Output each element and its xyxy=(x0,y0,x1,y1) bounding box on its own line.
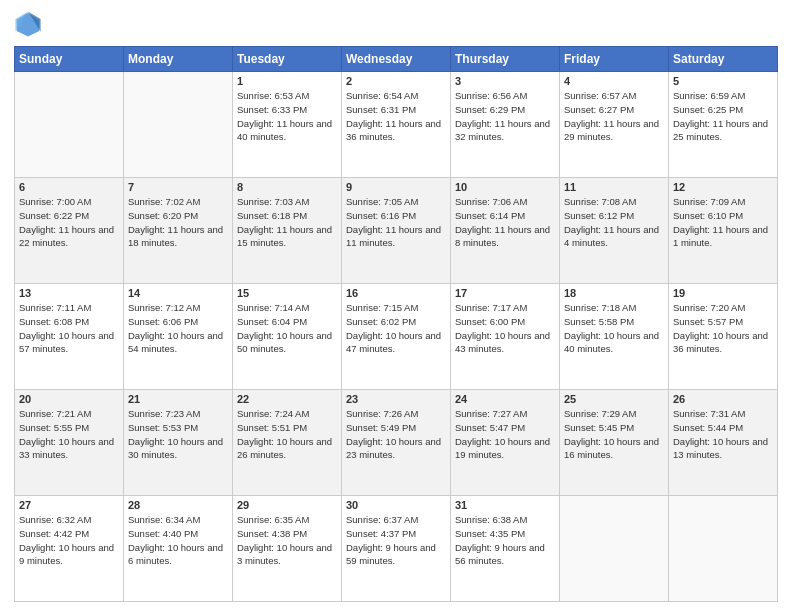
day-number: 22 xyxy=(237,393,337,405)
day-number: 31 xyxy=(455,499,555,511)
day-info: Sunrise: 7:18 AM Sunset: 5:58 PM Dayligh… xyxy=(564,301,664,356)
day-info: Sunrise: 7:20 AM Sunset: 5:57 PM Dayligh… xyxy=(673,301,773,356)
week-row-2: 6Sunrise: 7:00 AM Sunset: 6:22 PM Daylig… xyxy=(15,178,778,284)
day-info: Sunrise: 7:26 AM Sunset: 5:49 PM Dayligh… xyxy=(346,407,446,462)
day-cell: 29Sunrise: 6:35 AM Sunset: 4:38 PM Dayli… xyxy=(233,496,342,602)
header-row: SundayMondayTuesdayWednesdayThursdayFrid… xyxy=(15,47,778,72)
day-number: 16 xyxy=(346,287,446,299)
day-info: Sunrise: 7:02 AM Sunset: 6:20 PM Dayligh… xyxy=(128,195,228,250)
day-cell: 7Sunrise: 7:02 AM Sunset: 6:20 PM Daylig… xyxy=(124,178,233,284)
day-cell: 25Sunrise: 7:29 AM Sunset: 5:45 PM Dayli… xyxy=(560,390,669,496)
day-number: 5 xyxy=(673,75,773,87)
day-info: Sunrise: 7:31 AM Sunset: 5:44 PM Dayligh… xyxy=(673,407,773,462)
day-info: Sunrise: 7:05 AM Sunset: 6:16 PM Dayligh… xyxy=(346,195,446,250)
day-number: 1 xyxy=(237,75,337,87)
day-info: Sunrise: 7:17 AM Sunset: 6:00 PM Dayligh… xyxy=(455,301,555,356)
day-number: 25 xyxy=(564,393,664,405)
day-cell: 19Sunrise: 7:20 AM Sunset: 5:57 PM Dayli… xyxy=(669,284,778,390)
day-info: Sunrise: 7:21 AM Sunset: 5:55 PM Dayligh… xyxy=(19,407,119,462)
day-info: Sunrise: 7:12 AM Sunset: 6:06 PM Dayligh… xyxy=(128,301,228,356)
day-header-wednesday: Wednesday xyxy=(342,47,451,72)
day-number: 29 xyxy=(237,499,337,511)
logo xyxy=(14,10,46,38)
page: SundayMondayTuesdayWednesdayThursdayFrid… xyxy=(0,0,792,612)
day-number: 27 xyxy=(19,499,119,511)
logo-icon xyxy=(14,10,42,38)
day-number: 13 xyxy=(19,287,119,299)
day-info: Sunrise: 7:29 AM Sunset: 5:45 PM Dayligh… xyxy=(564,407,664,462)
day-header-saturday: Saturday xyxy=(669,47,778,72)
day-cell: 31Sunrise: 6:38 AM Sunset: 4:35 PM Dayli… xyxy=(451,496,560,602)
day-cell: 16Sunrise: 7:15 AM Sunset: 6:02 PM Dayli… xyxy=(342,284,451,390)
day-info: Sunrise: 7:23 AM Sunset: 5:53 PM Dayligh… xyxy=(128,407,228,462)
day-number: 6 xyxy=(19,181,119,193)
calendar-table: SundayMondayTuesdayWednesdayThursdayFrid… xyxy=(14,46,778,602)
day-info: Sunrise: 6:59 AM Sunset: 6:25 PM Dayligh… xyxy=(673,89,773,144)
day-number: 21 xyxy=(128,393,228,405)
day-cell: 14Sunrise: 7:12 AM Sunset: 6:06 PM Dayli… xyxy=(124,284,233,390)
day-header-monday: Monday xyxy=(124,47,233,72)
day-info: Sunrise: 7:24 AM Sunset: 5:51 PM Dayligh… xyxy=(237,407,337,462)
day-number: 14 xyxy=(128,287,228,299)
day-info: Sunrise: 7:11 AM Sunset: 6:08 PM Dayligh… xyxy=(19,301,119,356)
day-number: 8 xyxy=(237,181,337,193)
day-number: 26 xyxy=(673,393,773,405)
day-cell xyxy=(669,496,778,602)
day-number: 9 xyxy=(346,181,446,193)
day-info: Sunrise: 6:35 AM Sunset: 4:38 PM Dayligh… xyxy=(237,513,337,568)
day-number: 12 xyxy=(673,181,773,193)
day-number: 11 xyxy=(564,181,664,193)
day-cell: 28Sunrise: 6:34 AM Sunset: 4:40 PM Dayli… xyxy=(124,496,233,602)
day-number: 10 xyxy=(455,181,555,193)
day-cell: 17Sunrise: 7:17 AM Sunset: 6:00 PM Dayli… xyxy=(451,284,560,390)
day-cell: 18Sunrise: 7:18 AM Sunset: 5:58 PM Dayli… xyxy=(560,284,669,390)
day-info: Sunrise: 7:27 AM Sunset: 5:47 PM Dayligh… xyxy=(455,407,555,462)
day-info: Sunrise: 7:15 AM Sunset: 6:02 PM Dayligh… xyxy=(346,301,446,356)
week-row-1: 1Sunrise: 6:53 AM Sunset: 6:33 PM Daylig… xyxy=(15,72,778,178)
day-number: 3 xyxy=(455,75,555,87)
day-info: Sunrise: 6:32 AM Sunset: 4:42 PM Dayligh… xyxy=(19,513,119,568)
day-cell: 11Sunrise: 7:08 AM Sunset: 6:12 PM Dayli… xyxy=(560,178,669,284)
day-info: Sunrise: 7:09 AM Sunset: 6:10 PM Dayligh… xyxy=(673,195,773,250)
day-cell: 10Sunrise: 7:06 AM Sunset: 6:14 PM Dayli… xyxy=(451,178,560,284)
day-cell: 23Sunrise: 7:26 AM Sunset: 5:49 PM Dayli… xyxy=(342,390,451,496)
day-number: 18 xyxy=(564,287,664,299)
day-number: 19 xyxy=(673,287,773,299)
day-cell: 30Sunrise: 6:37 AM Sunset: 4:37 PM Dayli… xyxy=(342,496,451,602)
day-cell: 6Sunrise: 7:00 AM Sunset: 6:22 PM Daylig… xyxy=(15,178,124,284)
day-cell: 3Sunrise: 6:56 AM Sunset: 6:29 PM Daylig… xyxy=(451,72,560,178)
day-cell: 9Sunrise: 7:05 AM Sunset: 6:16 PM Daylig… xyxy=(342,178,451,284)
day-info: Sunrise: 7:08 AM Sunset: 6:12 PM Dayligh… xyxy=(564,195,664,250)
day-info: Sunrise: 6:57 AM Sunset: 6:27 PM Dayligh… xyxy=(564,89,664,144)
day-cell: 26Sunrise: 7:31 AM Sunset: 5:44 PM Dayli… xyxy=(669,390,778,496)
day-number: 28 xyxy=(128,499,228,511)
day-number: 30 xyxy=(346,499,446,511)
day-cell: 15Sunrise: 7:14 AM Sunset: 6:04 PM Dayli… xyxy=(233,284,342,390)
day-info: Sunrise: 6:38 AM Sunset: 4:35 PM Dayligh… xyxy=(455,513,555,568)
day-header-sunday: Sunday xyxy=(15,47,124,72)
day-cell: 13Sunrise: 7:11 AM Sunset: 6:08 PM Dayli… xyxy=(15,284,124,390)
day-cell: 20Sunrise: 7:21 AM Sunset: 5:55 PM Dayli… xyxy=(15,390,124,496)
day-info: Sunrise: 7:03 AM Sunset: 6:18 PM Dayligh… xyxy=(237,195,337,250)
day-header-tuesday: Tuesday xyxy=(233,47,342,72)
week-row-4: 20Sunrise: 7:21 AM Sunset: 5:55 PM Dayli… xyxy=(15,390,778,496)
day-cell: 24Sunrise: 7:27 AM Sunset: 5:47 PM Dayli… xyxy=(451,390,560,496)
day-cell: 4Sunrise: 6:57 AM Sunset: 6:27 PM Daylig… xyxy=(560,72,669,178)
day-number: 23 xyxy=(346,393,446,405)
day-info: Sunrise: 6:34 AM Sunset: 4:40 PM Dayligh… xyxy=(128,513,228,568)
day-cell: 27Sunrise: 6:32 AM Sunset: 4:42 PM Dayli… xyxy=(15,496,124,602)
day-number: 20 xyxy=(19,393,119,405)
day-cell xyxy=(560,496,669,602)
day-info: Sunrise: 6:37 AM Sunset: 4:37 PM Dayligh… xyxy=(346,513,446,568)
day-number: 24 xyxy=(455,393,555,405)
day-cell: 5Sunrise: 6:59 AM Sunset: 6:25 PM Daylig… xyxy=(669,72,778,178)
day-cell: 2Sunrise: 6:54 AM Sunset: 6:31 PM Daylig… xyxy=(342,72,451,178)
day-number: 7 xyxy=(128,181,228,193)
day-cell: 12Sunrise: 7:09 AM Sunset: 6:10 PM Dayli… xyxy=(669,178,778,284)
day-header-friday: Friday xyxy=(560,47,669,72)
header xyxy=(14,10,778,38)
day-cell: 21Sunrise: 7:23 AM Sunset: 5:53 PM Dayli… xyxy=(124,390,233,496)
day-cell xyxy=(15,72,124,178)
day-info: Sunrise: 6:56 AM Sunset: 6:29 PM Dayligh… xyxy=(455,89,555,144)
day-cell: 8Sunrise: 7:03 AM Sunset: 6:18 PM Daylig… xyxy=(233,178,342,284)
